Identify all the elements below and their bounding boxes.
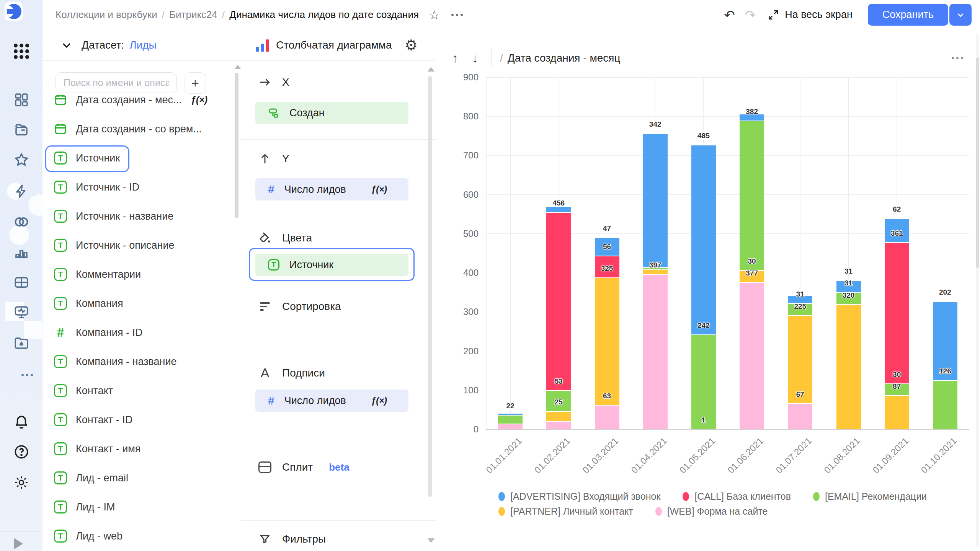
chart-settings-gear-icon[interactable]: ⚙ [405,38,418,52]
field-row[interactable]: T Лид - IM [42,492,236,522]
datasets-link-icon[interactable] [13,214,30,230]
scroll-down-arrow[interactable] [428,538,434,543]
dataset-name-link[interactable]: Лиды [129,39,156,51]
field-list-scrollbar[interactable] [235,73,238,218]
bar-segment-advertising[interactable] [643,133,668,267]
legend-color-dot [498,492,505,501]
bar-segment-partner[interactable] [595,277,619,404]
bar-segment-partner[interactable] [643,269,668,274]
field-row[interactable]: T Источник - название [42,202,236,231]
field-row[interactable]: T Лид - email [42,463,236,492]
x-chip-label: Создан [289,107,325,119]
scroll-up-arrow[interactable] [428,67,434,72]
bar-01.06.2021 [740,77,764,429]
bar-segment-web[interactable] [546,421,571,429]
legend-item[interactable]: [CALL] База клиентов [683,491,791,502]
help-icon[interactable] [13,444,29,460]
bar-segment-email[interactable] [691,334,716,429]
tiles-icon[interactable] [14,92,29,108]
field-row[interactable]: T Контакт [42,376,236,405]
bar-segment-partner[interactable] [885,395,909,429]
legend-series-label: [EMAIL] Рекомендации [825,491,927,502]
bar-segment-web[interactable] [740,282,764,429]
field-row[interactable]: T Источник - ID [42,173,236,202]
bar-value-label: 325 [601,264,613,273]
legend-item[interactable]: [WEB] Форма на сайте [655,506,768,517]
field-row-selected[interactable]: T Источник [42,143,236,173]
bar-segment-web[interactable] [643,274,668,429]
x-field-chip[interactable]: Создан [255,102,408,124]
notifications-bell-icon[interactable] [13,414,29,430]
gridline-vertical [486,77,487,429]
legend-item[interactable]: [ADVERTISING] Входящий звонок [498,491,660,502]
field-label: Источник [76,152,120,164]
field-row[interactable]: T Лид - web [42,522,236,551]
save-button[interactable]: Сохранить [868,4,948,26]
drill-up-icon[interactable]: ↑ [452,51,458,65]
y-field-chip[interactable]: # Число лидов ƒ(×) [255,178,408,201]
bar-segment-advertising[interactable] [498,413,523,415]
field-row[interactable]: Дата создания - со врем... [42,114,236,143]
field-row[interactable]: T Источник - описание [42,231,236,260]
chart-type-label[interactable]: Столбчатая диаграмма [276,39,392,51]
bar-segment-web[interactable] [498,424,523,429]
config-scrollbar[interactable] [428,76,432,497]
text-field-icon: T [268,259,279,271]
bar-segment-web[interactable] [691,429,716,429]
field-row[interactable]: T Контакт - имя [42,434,236,463]
drill-path-label[interactable]: Дата создания - месяц [508,52,621,64]
bar-segment-partner[interactable] [546,411,571,421]
favorites-star-icon[interactable] [13,152,29,168]
x-axis-arrow-icon [258,76,271,88]
tables-icon[interactable] [13,274,29,290]
field-row[interactable]: T Компания [42,289,236,318]
bar-segment-email[interactable] [740,121,764,270]
more-items-icon[interactable] [10,374,33,376]
field-row[interactable]: Дата создания - мес... ƒ(×) [42,85,236,114]
redo-icon[interactable]: ↷ [745,7,756,23]
breadcrumb-collections[interactable]: Коллекции и воркбуки [56,9,157,21]
dashboards-icon[interactable] [13,304,29,320]
y-axis-tick-label: 0 [448,424,479,435]
bar-segment-advertising[interactable] [691,145,716,334]
workbooks-folders-icon[interactable] [13,122,29,138]
field-row[interactable]: T Компания - название [42,347,236,376]
bar-segment-call[interactable] [885,242,909,383]
bar-segment-email[interactable] [933,380,957,429]
drill-down-icon[interactable]: ↓ [472,51,478,65]
more-menu-icon[interactable] [451,14,463,16]
save-menu-chevron-button[interactable] [949,4,972,26]
legend-item[interactable]: [PARTNER] Личный контакт [498,506,633,517]
apps-grid-icon[interactable] [14,44,29,59]
expand-panel-icon[interactable] [14,538,23,549]
fullscreen-icon[interactable] [767,9,779,21]
bar-segment-call[interactable] [546,212,571,390]
bar-segment-email[interactable] [498,415,523,423]
legend-item[interactable]: [EMAIL] Рекомендации [813,491,927,502]
connections-lightning-icon[interactable] [13,183,29,199]
scroll-up-arrow[interactable] [234,65,241,69]
bar-segment-web[interactable] [788,403,812,429]
collapse-chevron-icon[interactable] [61,39,72,51]
bar-segment-partner[interactable] [836,304,861,429]
bar-segment-web[interactable] [595,405,619,429]
undo-icon[interactable]: ↶ [724,7,735,23]
bar-01.08.2021 [836,77,861,429]
fullscreen-label[interactable]: На весь экран [785,9,853,21]
y-axis-tick-label: 300 [448,306,479,317]
files-folder-icon[interactable] [13,335,29,351]
colors-field-chip[interactable]: T Источник [255,254,408,276]
field-row[interactable]: # Компания - ID [42,318,236,347]
datalens-logo[interactable] [5,2,23,21]
labels-field-chip[interactable]: # Число лидов ƒ(×) [255,390,408,412]
settings-gear-icon[interactable] [13,474,29,491]
chart-menu-icon[interactable] [952,57,963,59]
field-row[interactable]: T Контакт - ID [42,405,236,434]
field-row[interactable]: T Комментарии [42,260,236,289]
favorite-star-icon[interactable]: ☆ [429,8,440,22]
dataset-panel: Датасет: Лиды + Дата создания - мес... ƒ… [42,29,242,551]
window-scrollbar-thumb[interactable] [976,57,979,268]
breadcrumb-workbook[interactable]: Битрикс24 [169,9,217,21]
x-axis-category-label: 01.08.2021 [822,435,862,476]
charts-icon[interactable] [13,245,29,261]
